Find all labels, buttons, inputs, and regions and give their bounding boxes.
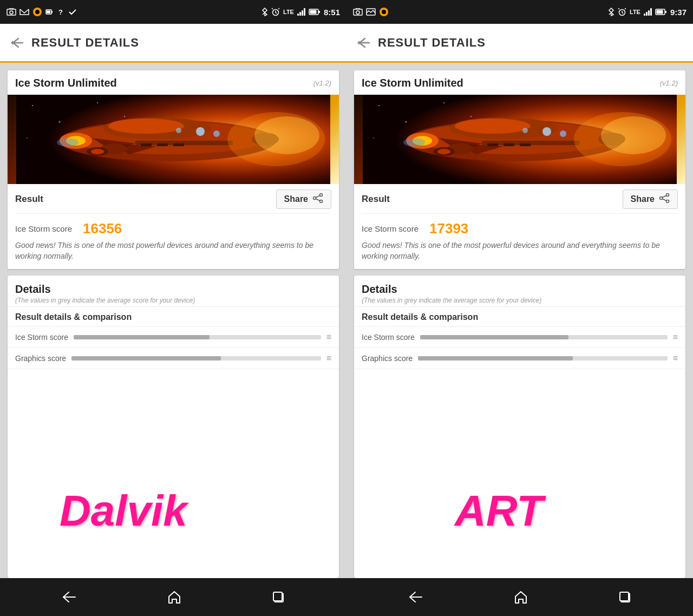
question-icon: ? [56,8,65,16]
svg-point-86 [437,149,450,154]
left-share-button[interactable]: Share [276,189,331,209]
svg-line-93 [662,195,666,198]
right-details-header: Details (The values in grey indicate the… [354,276,685,306]
svg-point-42 [108,119,184,134]
left-spaceship-svg [8,95,339,184]
svg-point-1 [10,11,13,14]
svg-point-59 [320,194,323,196]
svg-point-37 [27,137,28,139]
battery-icon-r [655,8,667,16]
left-details-subtitle: (The values in grey indicate the average… [15,297,331,304]
left-panel: Ice Storm Unlimited (v1.2) [0,63,346,578]
svg-line-63 [316,199,320,201]
right-ice-storm-fill [420,335,568,339]
right-title-bar: RESULT DETAILS [346,24,693,63]
photo-icon [6,8,16,16]
right-detail-ice-storm-label: Ice Storm score [362,333,415,342]
svg-rect-100 [620,592,629,601]
svg-point-3 [35,10,40,14]
svg-rect-82 [504,143,514,146]
right-graphics-menu-icon: ≡ [673,353,678,363]
photo-icon-r [353,8,363,16]
svg-point-56 [57,138,79,147]
svg-line-25 [622,12,623,14]
left-result-label: Result [15,194,43,205]
left-nav-bar [0,578,346,616]
right-status-left-icons [353,7,389,17]
right-back-nav-button[interactable] [408,589,424,605]
right-result-label: Result [362,194,390,205]
svg-point-67 [443,102,444,103]
right-share-label: Share [631,194,655,204]
right-panel: Ice Storm Unlimited (v1.2) [346,63,693,578]
left-share-icon [312,193,323,205]
left-back-nav-button[interactable] [61,589,77,605]
svg-point-58 [254,116,319,154]
svg-point-89 [601,116,666,154]
svg-point-21 [382,10,386,14]
right-details-subtitle: (The values in grey indicate the average… [362,297,678,304]
svg-point-35 [59,121,61,123]
left-home-nav-button[interactable] [167,589,182,605]
right-recent-nav-button[interactable] [618,590,632,604]
svg-line-62 [316,195,320,198]
left-status-bar: ? LTE [0,0,346,24]
svg-point-60 [320,200,323,203]
left-status-right-icons: LTE 8:51 [261,8,340,17]
right-share-icon [659,193,670,205]
right-share-button[interactable]: Share [623,189,678,209]
lte-icon-r: LTE [630,9,640,15]
svg-point-77 [542,127,551,136]
svg-rect-81 [487,143,498,146]
svg-rect-50 [141,143,152,146]
left-time: 8:51 [324,8,340,17]
svg-point-91 [666,200,669,203]
svg-rect-5 [51,11,53,13]
right-back-icon[interactable] [355,35,372,50]
left-title: RESULT DETAILS [31,36,139,50]
left-benchmark-card: Ice Storm Unlimited (v1.2) [8,70,339,269]
svg-rect-30 [656,10,663,14]
left-status-left-icons: ? [6,7,77,17]
svg-line-27 [625,8,626,9]
gmail-icon [19,8,29,16]
left-ice-storm-row: Ice Storm score ≡ [8,327,339,348]
left-benchmark-title: Ice Storm Unlimited [15,77,117,89]
right-score-row: Ice Storm score 17393 [362,218,678,240]
svg-point-46 [196,127,205,136]
battery-icon [309,8,321,16]
battery-small-icon [45,9,53,15]
right-benchmark-image [354,95,685,184]
right-ice-storm-value: 17393 [429,220,468,237]
left-ice-storm-bar [74,335,321,339]
svg-point-61 [313,197,316,200]
right-details-card: Details (The values in grey indicate the… [354,276,685,578]
main-content: Ice Storm Unlimited (v1.2) [0,63,693,578]
left-back-icon[interactable] [9,35,26,50]
right-comparison-header: Result details & comparison [354,306,685,327]
right-result-row: Result Share [362,189,678,214]
svg-line-12 [272,8,273,9]
svg-point-66 [406,121,407,123]
svg-point-18 [356,11,359,14]
left-graphics-fill [71,356,221,361]
svg-point-90 [666,194,669,196]
right-ice-storm-label: Ice Storm score [362,224,419,233]
right-detail-graphics-label: Graphics score [362,354,413,363]
circle-orange-icon [32,7,42,17]
svg-text:?: ? [58,8,63,16]
svg-point-73 [455,119,531,134]
left-title-bar: RESULT DETAILS [0,24,346,63]
left-benchmark-version: (v1.2) [313,79,331,87]
bluetooth-icon [261,8,268,16]
nav-bars [0,578,693,616]
lte-icon: LTE [283,9,294,15]
right-home-nav-button[interactable] [513,589,528,605]
svg-point-87 [403,138,425,147]
right-graphics-row: Graphics score ≡ [354,348,685,369]
signal-bars-icon-r [644,8,652,16]
circle-orange-icon-r [379,7,389,17]
left-recent-nav-button[interactable] [271,590,285,604]
svg-point-47 [213,130,220,137]
signal-bars-icon [297,8,305,16]
